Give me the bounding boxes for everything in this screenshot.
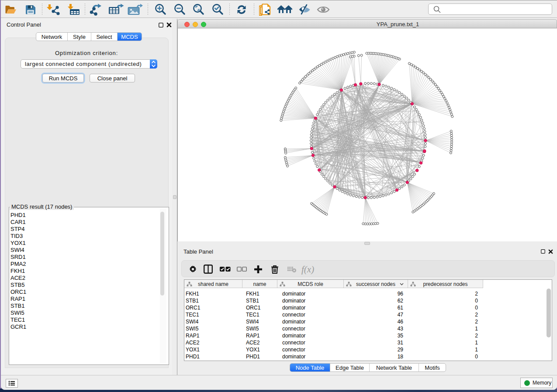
svg-text:f(x): f(x) bbox=[301, 264, 314, 275]
